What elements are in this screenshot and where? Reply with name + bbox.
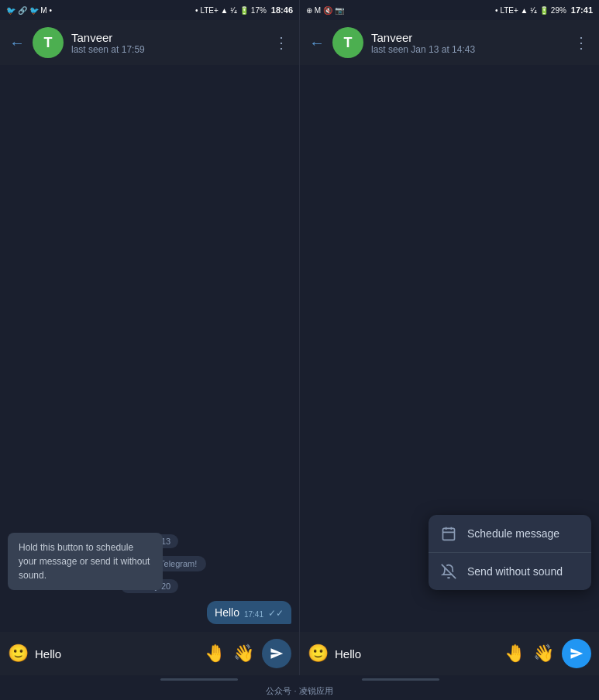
right-phone-screen: ← T Tanveer last seen Jan 13 at 14:43 ⋮ — [300, 20, 599, 675]
left-back-button[interactable]: ← — [9, 34, 25, 52]
left-avatar: T — [33, 27, 64, 58]
left-time: 18:46 — [271, 5, 293, 15]
send-icon-right — [570, 647, 584, 661]
left-phone-screen: ← T Tanveer last seen at 17:59 ⋮ January… — [0, 20, 300, 675]
right-back-button[interactable]: ← — [309, 34, 325, 52]
right-contact-name: Tanveer — [371, 31, 566, 44]
right-contact-status: last seen Jan 13 at 14:43 — [371, 44, 566, 55]
schedule-tooltip: Hold this button to schedule your messag… — [8, 533, 163, 590]
left-status-icons: 🐦 🔗 🐦 M • — [6, 6, 52, 15]
left-wave-emoji-2: 👋 — [233, 643, 254, 664]
right-input-area: 🙂 Hello 🤚 👋 — [300, 632, 599, 675]
dual-status-bar: 🐦 🔗 🐦 M • • LTE+ ▲ ¹⁄₄ 🔋 17% 18:46 ⊕ M 🔇… — [0, 0, 599, 20]
calendar-icon — [441, 526, 456, 541]
left-menu-button[interactable]: ⋮ — [274, 33, 290, 52]
right-send-button[interactable] — [562, 639, 591, 668]
right-app-icons: ⊕ M 🔇 📷 — [306, 6, 344, 15]
send-without-sound-item[interactable]: Send without sound — [429, 553, 591, 590]
message-time: 17:41 — [244, 610, 263, 619]
left-emoji-button[interactable]: 🙂 — [8, 643, 29, 664]
left-input-text[interactable]: Hello — [35, 647, 198, 661]
left-contact-info: Tanveer last seen at 17:59 — [71, 31, 266, 55]
right-status-bar: ⊕ M 🔇 📷 • LTE+ ▲ ¹⁄₄ 🔋 29% 17:41 — [300, 0, 599, 20]
right-wave-emoji-2: 👋 — [533, 643, 554, 664]
right-status-right: • LTE+ ▲ ¹⁄₄ 🔋 29% 17:41 — [495, 5, 593, 15]
watermark-bar: 公众号 · 凌锐应用 — [0, 682, 599, 700]
message-text: Hello — [215, 606, 239, 619]
message-ticks: ✓✓ — [268, 608, 284, 619]
right-home-indicator — [362, 678, 439, 681]
right-chat-header: ← T Tanveer last seen Jan 13 at 14:43 ⋮ — [300, 20, 599, 65]
watermark-text: 公众号 · 凌锐应用 — [266, 686, 332, 695]
left-status-right: • LTE+ ▲ ¹⁄₄ 🔋 17% 18:46 — [195, 5, 293, 15]
right-menu-button[interactable]: ⋮ — [573, 33, 590, 52]
send-without-sound-label: Send without sound — [467, 565, 563, 578]
left-app-icons: 🐦 🔗 🐦 M • — [6, 6, 52, 15]
context-menu: Schedule message Send without sound — [429, 515, 591, 590]
left-contact-status: last seen at 17:59 — [71, 44, 266, 55]
left-chat-header: ← T Tanveer last seen at 17:59 ⋮ — [0, 20, 299, 65]
right-signal-icons: • LTE+ ▲ ¹⁄₄ 🔋 29% — [495, 6, 566, 15]
left-status-bar: 🐦 🔗 🐦 M • • LTE+ ▲ ¹⁄₄ 🔋 17% 18:46 — [0, 0, 300, 20]
right-contact-info: Tanveer last seen Jan 13 at 14:43 — [371, 31, 566, 55]
left-contact-name: Tanveer — [71, 31, 266, 44]
left-signal-icons: • LTE+ ▲ ¹⁄₄ 🔋 17% — [195, 6, 267, 15]
left-send-button[interactable] — [262, 639, 291, 668]
schedule-message-label: Schedule message — [467, 527, 559, 540]
left-input-area: 🙂 Hello 🤚 👋 — [0, 632, 299, 675]
right-wave-emoji-1: 🤚 — [504, 643, 525, 664]
bell-off-icon — [441, 564, 456, 579]
screens-container: ← T Tanveer last seen at 17:59 ⋮ January… — [0, 20, 599, 675]
send-icon — [270, 647, 284, 661]
right-avatar: T — [332, 27, 363, 58]
right-time: 17:41 — [571, 5, 593, 15]
left-home-indicator — [160, 678, 238, 681]
left-wave-emoji-1: 🤚 — [205, 643, 225, 664]
outgoing-message-hello: Hello 17:41 ✓✓ — [207, 601, 291, 624]
svg-line-4 — [442, 564, 456, 578]
right-input-text[interactable]: Hello — [335, 647, 498, 661]
svg-rect-0 — [443, 528, 455, 540]
home-bar — [0, 675, 599, 682]
right-emoji-button[interactable]: 🙂 — [308, 643, 329, 664]
schedule-message-item[interactable]: Schedule message — [429, 515, 591, 553]
right-status-icons: ⊕ M 🔇 📷 — [306, 6, 344, 15]
